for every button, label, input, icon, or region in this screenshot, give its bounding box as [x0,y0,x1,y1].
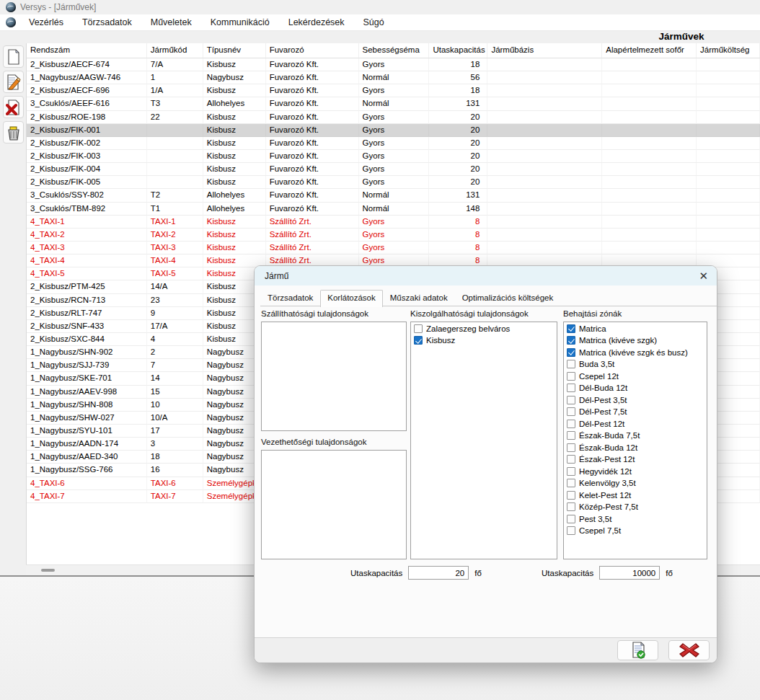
table-row[interactable]: 4_TAXI-3TAXI-3KisbuszSzállító Zrt.Gyors8 [27,242,760,254]
drivability-listbox[interactable] [261,450,407,559]
table-row[interactable]: 3_Csuklós/SSY-802T2AllohelyesFuvarozó Kf… [27,189,760,202]
table-cell [602,124,697,137]
column-header[interactable]: Rendszám [27,43,147,58]
table-row[interactable]: 2_Kisbusz/FIK-002KisbuszFuvarozó Kft.Gyo… [27,137,760,150]
list-item[interactable]: Dél-Pest 3,5t [564,394,707,406]
table-row[interactable]: 3_Csuklós/AEEF-616T3AllohelyesFuvarozó K… [27,97,760,110]
capacity-max-input[interactable] [599,566,660,580]
table-row[interactable]: 2_Kisbusz/FIK-003KisbuszFuvarozó Kft.Gyo… [27,150,760,163]
checkbox-unchecked-icon[interactable] [567,467,575,476]
checkbox-unchecked-icon[interactable] [414,324,423,333]
checkbox-unchecked-icon[interactable] [567,396,575,404]
menu-item-1[interactable]: Vezérlés [29,17,63,27]
cancel-button[interactable] [668,640,710,660]
checkbox-unchecked-icon[interactable] [567,372,575,381]
list-item[interactable]: Buda 3,5t [564,358,707,371]
list-item[interactable]: Csepel 12t [564,370,707,382]
table-row[interactable]: 1_Nagybusz/AAGW-7461NagybuszFuvarozó Kft… [27,71,760,84]
checkbox-unchecked-icon[interactable] [567,360,575,368]
table-cell [697,71,760,84]
dialog-titlebar: Jármű ✕ [255,266,717,285]
list-item[interactable]: Pest 3,5t [564,513,707,525]
scrollbar-thumb[interactable] [41,569,55,572]
table-row[interactable]: 3_Csuklós/TBM-892T1AllohelyesFuvarozó Kf… [27,203,760,216]
list-item[interactable]: Kelet-Pest 12t [564,489,707,501]
edit-record-button[interactable] [3,71,24,93]
save-button[interactable] [617,640,658,660]
list-item[interactable]: Zalaegerszeg belváros [411,322,557,335]
list-item[interactable]: Észak-Buda 7,5t [564,430,707,442]
checkbox-checked-icon[interactable] [567,324,575,333]
table-row[interactable]: 2_Kisbusz/FIK-005KisbuszFuvarozó Kft.Gyo… [27,176,760,189]
list-item[interactable]: Hegyvidék 12t [564,465,707,477]
close-icon[interactable]: ✕ [699,270,708,281]
table-cell [487,58,602,71]
checkbox-checked-icon[interactable] [567,348,575,357]
table-cell: Allohelyes [203,189,266,202]
checkbox-unchecked-icon[interactable] [567,407,575,416]
table-row[interactable]: 4_TAXI-1TAXI-1KisbuszSzállító Zrt.Gyors8 [27,216,760,229]
column-header[interactable]: Járműköltség [697,43,760,58]
checkbox-unchecked-icon[interactable] [567,491,575,500]
table-cell [487,137,602,150]
table-cell: 1/A [147,84,203,97]
table-row[interactable]: 2_Kisbusz/AECF-6747/AKisbuszFuvarozó Kft… [27,58,760,71]
checkbox-unchecked-icon[interactable] [567,431,575,440]
table-cell [697,189,760,202]
tab-korl-toz-sok[interactable]: Korlátozások [320,290,382,307]
checkbox-checked-icon[interactable] [414,336,423,345]
list-item[interactable]: Dél-Pest 12t [564,417,707,430]
column-header[interactable]: Járműkód [147,43,203,58]
list-item[interactable]: Matrica (kivéve szgk) [564,335,707,347]
serviceability-listbox[interactable]: Zalaegerszeg belvárosKisbusz [410,322,557,559]
capacity-min-input[interactable] [408,566,469,580]
column-header[interactable]: Alapértelmezett sofőr [602,43,697,58]
menu-item-3[interactable]: Műveletek [151,17,192,27]
list-item[interactable]: Matrica (kivéve szgk és busz) [564,346,707,358]
checkbox-unchecked-icon[interactable] [567,515,575,523]
checkbox-unchecked-icon[interactable] [567,455,575,464]
tab-m-szaki-adatok[interactable]: Műszaki adatok [383,290,455,306]
column-header[interactable]: Sebességséma [359,43,430,58]
menu-item-2[interactable]: Törzsadatok [82,17,132,27]
menu-item-4[interactable]: Kommunikáció [211,17,270,27]
new-record-button[interactable] [3,45,24,68]
menu-item-5[interactable]: Lekérdezések [288,17,345,27]
transportability-listbox[interactable] [261,322,407,431]
list-item[interactable]: Matrica [564,322,707,335]
list-item[interactable]: Észak-Pest 12t [564,453,707,466]
list-item[interactable]: Észak-Buda 12t [564,441,707,453]
list-item[interactable]: Dél-Buda 12t [564,382,707,394]
list-item[interactable]: Dél-Pest 7,5t [564,406,707,418]
tab-t-rzsadatok[interactable]: Törzsadatok [260,290,320,306]
list-item[interactable]: Kelenvölgy 3,5t [564,477,707,489]
table-row[interactable]: 4_TAXI-2TAXI-2KisbuszSzállító Zrt.Gyors8 [27,229,760,242]
tab-optimaliz-ci-s-k-lts-gek[interactable]: Optimalizációs költségek [455,290,561,306]
checkbox-unchecked-icon[interactable] [567,526,575,535]
table-row[interactable]: 2_Kisbusz/FIK-001KisbuszFuvarozó Kft.Gyo… [27,124,760,137]
table-row[interactable]: 2_Kisbusz/ROE-19822KisbuszFuvarozó Kft.G… [27,111,760,124]
list-item[interactable]: Kisbusz [411,335,557,347]
list-item[interactable]: Csepel 7,5t [564,525,707,537]
checkbox-unchecked-icon[interactable] [567,420,575,428]
checkbox-unchecked-icon[interactable] [567,443,575,452]
column-header[interactable]: Járműbázis [487,43,602,58]
entry-zones-listbox[interactable]: MatricaMatrica (kivéve szgk)Matrica (kiv… [563,322,707,559]
menu-item-6[interactable]: Súgó [363,17,384,27]
trash-button[interactable] [3,121,24,143]
table-row[interactable]: 2_Kisbusz/FIK-004KisbuszFuvarozó Kft.Gyo… [27,163,760,176]
checkbox-unchecked-icon[interactable] [567,479,575,487]
list-item-label: Közép-Pest 7,5t [579,502,638,511]
menu-globe-icon [6,17,16,27]
column-header[interactable]: Utaskapacitás [429,43,487,58]
table-row[interactable]: 2_Kisbusz/AECF-6961/AKisbuszFuvarozó Kft… [27,84,760,97]
checkbox-unchecked-icon[interactable] [567,502,575,511]
column-header[interactable]: Típusnév [203,43,266,58]
delete-record-button[interactable] [3,96,24,118]
column-header[interactable]: Fuvarozó [266,43,359,58]
checkbox-checked-icon[interactable] [567,336,575,345]
new-document-icon [6,49,21,65]
checkbox-unchecked-icon[interactable] [567,384,575,392]
list-item[interactable]: Közép-Pest 7,5t [564,501,707,513]
list-item-label: Észak-Buda 7,5t [579,431,640,440]
